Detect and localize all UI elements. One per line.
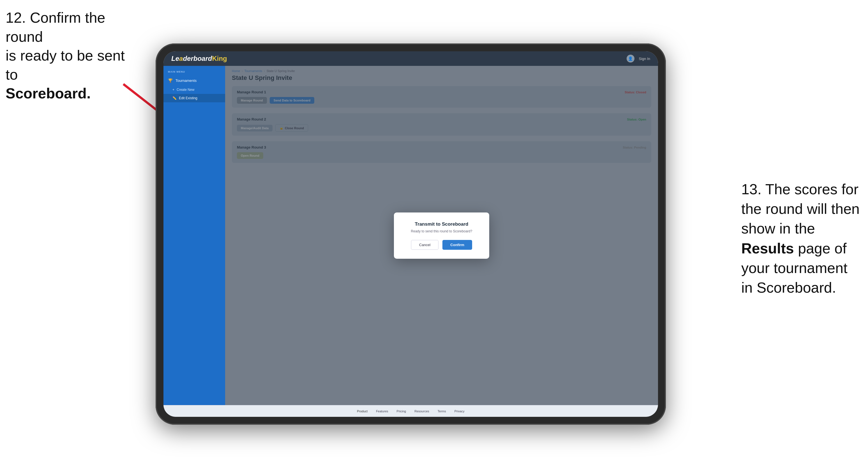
modal-confirm-button[interactable]: Confirm [442,240,472,250]
modal-cancel-button[interactable]: Cancel [411,240,438,250]
signin-button[interactable]: Sign In [639,57,650,61]
modal-title: Transmit to Scoreboard [405,221,478,227]
sidebar-section-label: MAIN MENU [163,70,225,75]
tablet-screen: LeaderboardKing 👤 Sign In MAIN MENU 🏆 [163,51,658,417]
footer-link-terms[interactable]: Terms [438,409,446,413]
app-footer: Product Features Pricing Resources Terms… [163,405,658,417]
logo-accent: a [179,55,183,62]
user-icon: 👤 [627,55,634,63]
instruction-bottom-bold: Results [741,240,794,256]
footer-link-features[interactable]: Features [376,409,388,413]
modal-subtitle: Ready to send this round to Scoreboard? [405,229,478,233]
sidebar-item-tournaments[interactable]: 🏆 Tournaments [163,75,225,86]
logo-board: Le [171,55,179,62]
sidebar-item-edit-existing[interactable]: ✏️ Edit Existing [163,94,225,102]
footer-link-product[interactable]: Product [357,409,368,413]
footer-link-resources[interactable]: Resources [414,409,429,413]
sidebar-item-create-new[interactable]: + Create New [163,86,225,94]
logo-text: LeaderboardKing [171,55,227,63]
logo-king: King [212,55,227,62]
modal-overlay: Transmit to Scoreboard Ready to send thi… [225,66,658,405]
topbar-right: 👤 Sign In [627,55,650,63]
plus-icon: + [173,88,175,92]
sidebar: MAIN MENU 🏆 Tournaments + Create New ✏️ … [163,66,225,405]
step-number: 12. [6,9,26,26]
tablet-shell: LeaderboardKing 👤 Sign In MAIN MENU 🏆 [156,43,666,425]
signin-label: Sign In [639,57,650,61]
trophy-icon: 🏆 [168,78,173,83]
footer-link-privacy[interactable]: Privacy [455,409,465,413]
instruction-bottom-text: 13. The scores forthe round will thensho… [741,181,860,296]
footer-link-pricing[interactable]: Pricing [397,409,406,413]
main-body: MAIN MENU 🏆 Tournaments + Create New ✏️ … [163,66,658,405]
instruction-bottom: 13. The scores forthe round will thensho… [741,179,860,298]
logo-board2: derboard [183,55,212,62]
create-new-label: Create New [177,88,194,92]
app-container: LeaderboardKing 👤 Sign In MAIN MENU 🏆 [163,51,658,417]
logo-container: LeaderboardKing [171,55,227,63]
sidebar-tournaments-label: Tournaments [176,79,196,83]
edit-existing-label: Edit Existing [179,96,197,100]
topbar: LeaderboardKing 👤 Sign In [163,51,658,66]
modal-box: Transmit to Scoreboard Ready to send thi… [394,213,489,259]
edit-icon: ✏️ [173,96,177,100]
instruction-line2: is ready to be sent to [6,48,125,83]
instruction-bold: Scoreboard. [6,85,91,101]
modal-buttons: Cancel Confirm [405,240,478,250]
instruction-top: 12. Confirm the round is ready to be sen… [6,8,140,103]
content-area: Home › Tournaments › State U Spring Invi… [225,66,658,405]
